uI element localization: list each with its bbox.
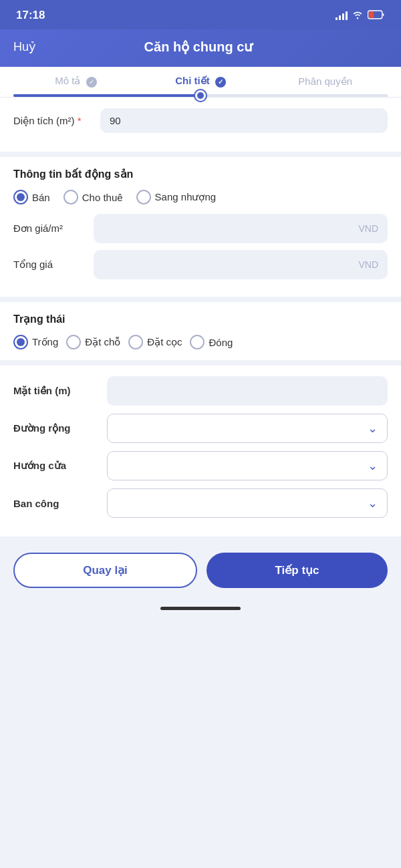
ban-cong-label: Ban công [13, 498, 107, 509]
don-gia-suffix: VND [358, 223, 378, 234]
duong-rong-arrow-icon: ⌄ [368, 421, 378, 436]
mat-tien-input[interactable] [107, 376, 388, 406]
ban-cong-dropdown[interactable]: ⌄ [107, 488, 388, 518]
huong-cua-dropdown[interactable]: ⌄ [107, 451, 388, 480]
radio-dat-cho[interactable]: Đặt chỗ [66, 335, 120, 349]
status-time: 17:18 [16, 9, 45, 22]
radio-sang-nhuong[interactable]: Sang nhượng [136, 190, 217, 204]
radio-trong-outer [13, 335, 28, 349]
thong-tin-bds-title: Thông tin bất động sản [13, 168, 388, 180]
header: Huỷ Căn hộ chung cư [0, 29, 401, 67]
radio-ban-inner [17, 193, 25, 201]
radio-dat-cho-label: Đặt chỗ [85, 336, 120, 348]
tab-phan-quyen[interactable]: Phân quyền [263, 76, 388, 94]
page-title: Căn hộ chung cư [144, 39, 253, 55]
progress-bar [13, 94, 388, 97]
radio-cho-thue-outer [63, 190, 78, 204]
tong-gia-input-box[interactable]: VND [94, 250, 388, 279]
continue-button[interactable]: Tiếp tục [207, 553, 388, 588]
radio-ban[interactable]: Bán [13, 190, 50, 204]
trang-thai-title: Trạng thái [13, 313, 388, 325]
tong-gia-label: Tổng giá [13, 259, 94, 271]
radio-dat-coc[interactable]: Đặt cọc [128, 335, 182, 349]
radio-dat-coc-label: Đặt cọc [147, 336, 182, 348]
home-indicator [0, 601, 401, 617]
huong-cua-label: Hướng cửa [13, 460, 107, 472]
trang-thai-section: Trạng thái Trống Đặt chỗ Đặt cọc Đóng [0, 302, 401, 360]
ban-cong-arrow-icon: ⌄ [368, 496, 378, 511]
tong-gia-suffix: VND [358, 259, 378, 270]
thong-tin-bds-section: Thông tin bất động sản Bán Cho thuê Sang… [0, 157, 401, 297]
radio-sang-nhuong-outer [136, 190, 151, 204]
radio-sang-nhuong-label: Sang nhượng [155, 191, 217, 203]
back-button[interactable]: Quay lại [13, 553, 197, 588]
required-marker: * [78, 115, 82, 126]
radio-trong[interactable]: Trống [13, 335, 58, 349]
dien-tich-row: Diện tích (m²) * [13, 108, 388, 133]
don-gia-input[interactable] [103, 223, 354, 235]
content: Diện tích (m²) * Thông tin bất động sản … [0, 98, 401, 617]
transaction-type-group: Bán Cho thuê Sang nhượng [13, 190, 388, 204]
radio-dat-coc-outer [128, 335, 143, 349]
ban-cong-row: Ban công ⌄ [13, 488, 388, 518]
duong-rong-dropdown[interactable]: ⌄ [107, 414, 388, 443]
huong-cua-arrow-icon: ⌄ [368, 458, 378, 473]
duong-rong-label: Đường rộng [13, 422, 107, 434]
tab-mo-ta-check: ✓ [86, 77, 97, 88]
radio-ban-outer [13, 190, 28, 204]
don-gia-label: Đơn giá/m² [13, 223, 94, 235]
cancel-button[interactable]: Huỷ [13, 39, 36, 54]
extra-fields-section: Mặt tiền (m) Đường rộng ⌄ Hướng cửa ⌄ Ba… [0, 366, 401, 537]
radio-cho-thue-label: Cho thuê [82, 192, 123, 203]
don-gia-input-box[interactable]: VND [94, 214, 388, 243]
huong-cua-row: Hướng cửa ⌄ [13, 451, 388, 480]
wifi-icon [352, 10, 364, 21]
tong-gia-row: Tổng giá VND [13, 250, 388, 279]
radio-cho-thue[interactable]: Cho thuê [63, 190, 123, 204]
mat-tien-row: Mặt tiền (m) [13, 376, 388, 406]
dien-tich-input[interactable] [100, 108, 388, 133]
radio-dong-outer [190, 335, 205, 349]
duong-rong-row: Đường rộng ⌄ [13, 414, 388, 443]
progress-fill [13, 94, 200, 97]
svg-rect-1 [369, 11, 374, 17]
don-gia-row: Đơn giá/m² VND [13, 214, 388, 243]
tab-bar: Mô tả ✓ Chi tiết ✓ Phân quyền [0, 67, 401, 98]
radio-dong-label: Đóng [209, 337, 233, 348]
mat-tien-label: Mặt tiền (m) [13, 385, 107, 397]
tong-gia-input[interactable] [103, 259, 354, 271]
radio-trong-inner [17, 338, 25, 346]
status-icons [336, 10, 385, 21]
radio-trong-label: Trống [32, 336, 58, 348]
battery-icon [368, 10, 385, 21]
progress-dot [195, 90, 206, 101]
tab-mo-ta[interactable]: Mô tả ✓ [13, 75, 138, 94]
dien-tich-section: Diện tích (m²) * [0, 98, 401, 152]
radio-dong[interactable]: Đóng [190, 335, 233, 349]
home-bar [160, 607, 241, 610]
trang-thai-group: Trống Đặt chỗ Đặt cọc Đóng [13, 335, 388, 349]
status-bar: 17:18 [0, 0, 401, 29]
radio-dat-cho-outer [66, 335, 81, 349]
tab-chi-tiet-check: ✓ [215, 77, 226, 88]
bottom-buttons: Quay lại Tiếp tục [0, 542, 401, 601]
signal-icon [336, 11, 348, 20]
dien-tich-label: Diện tích (m²) * [13, 115, 100, 127]
radio-ban-label: Bán [32, 192, 50, 203]
